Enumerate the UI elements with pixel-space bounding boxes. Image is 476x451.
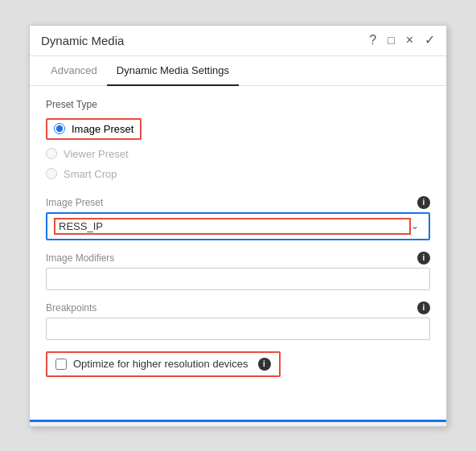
help-icon[interactable]: ? — [369, 34, 376, 47]
image-modifiers-info-icon[interactable]: i — [417, 252, 430, 264]
image-preset-select-wrapper[interactable]: RESS_IP ⌄ — [46, 212, 430, 240]
header-icons: ? □ × ✓ — [369, 34, 435, 47]
radio-smart-crop-input[interactable] — [46, 168, 57, 179]
radio-smart-crop-label: Smart Crop — [64, 168, 117, 180]
image-modifiers-input[interactable] — [46, 268, 430, 290]
preset-type-label: Preset Type — [46, 99, 430, 110]
dialog-body: Preset Type Image Preset Viewer Preset S… — [30, 86, 446, 420]
radio-option-smart-crop[interactable]: Smart Crop — [46, 168, 430, 180]
radio-group-preset-type: Image Preset Viewer Preset Smart Crop — [46, 118, 430, 180]
optimize-info-icon[interactable]: i — [258, 358, 271, 371]
breakpoints-input[interactable] — [46, 318, 430, 340]
dialog-footer — [30, 420, 446, 426]
image-preset-label-row: Image Preset i — [46, 196, 430, 209]
dialog-title: Dynamic Media — [41, 34, 369, 47]
optimize-checkbox-label: Optimize for higher resolution devices — [73, 358, 248, 370]
dynamic-media-dialog: Dynamic Media ? □ × ✓ Advanced Dynamic M… — [29, 25, 447, 427]
image-preset-select-inner: RESS_IP ⌄ — [47, 214, 429, 239]
dialog-header: Dynamic Media ? □ × ✓ — [30, 26, 446, 56]
optimize-checkbox-row[interactable]: Optimize for higher resolution devices i — [46, 351, 281, 377]
tab-advanced[interactable]: Advanced — [41, 56, 107, 86]
image-modifiers-label: Image Modifiers — [46, 252, 114, 264]
image-modifiers-field: Image Modifiers i — [46, 252, 430, 290]
chevron-down-icon: ⌄ — [411, 220, 422, 232]
radio-viewer-preset-input[interactable] — [46, 148, 57, 159]
image-preset-value: RESS_IP — [54, 218, 411, 235]
radio-image-preset-input[interactable] — [54, 123, 65, 134]
breakpoints-info-icon[interactable]: i — [417, 301, 430, 314]
close-icon[interactable]: × — [406, 34, 413, 47]
radio-option-viewer-preset[interactable]: Viewer Preset — [46, 148, 430, 160]
dialog-tabs: Advanced Dynamic Media Settings — [30, 56, 446, 86]
image-preset-field: Image Preset i RESS_IP ⌄ — [46, 196, 430, 240]
breakpoints-field: Breakpoints i — [46, 301, 430, 340]
radio-viewer-preset-label: Viewer Preset — [64, 148, 129, 160]
optimize-checkbox-input[interactable] — [55, 359, 67, 370]
crop-icon[interactable]: □ — [388, 35, 394, 46]
radio-image-preset-label: Image Preset — [72, 123, 133, 135]
image-preset-info-icon[interactable]: i — [417, 196, 430, 209]
radio-option-image-preset[interactable]: Image Preset — [46, 118, 142, 140]
confirm-icon[interactable]: ✓ — [425, 34, 435, 47]
preset-type-section: Preset Type Image Preset Viewer Preset S… — [46, 99, 430, 180]
image-modifiers-label-row: Image Modifiers i — [46, 252, 430, 264]
tab-dynamic-media-settings[interactable]: Dynamic Media Settings — [107, 56, 239, 86]
breakpoints-label: Breakpoints — [46, 302, 96, 314]
breakpoints-label-row: Breakpoints i — [46, 301, 430, 314]
image-preset-label: Image Preset — [46, 197, 103, 208]
